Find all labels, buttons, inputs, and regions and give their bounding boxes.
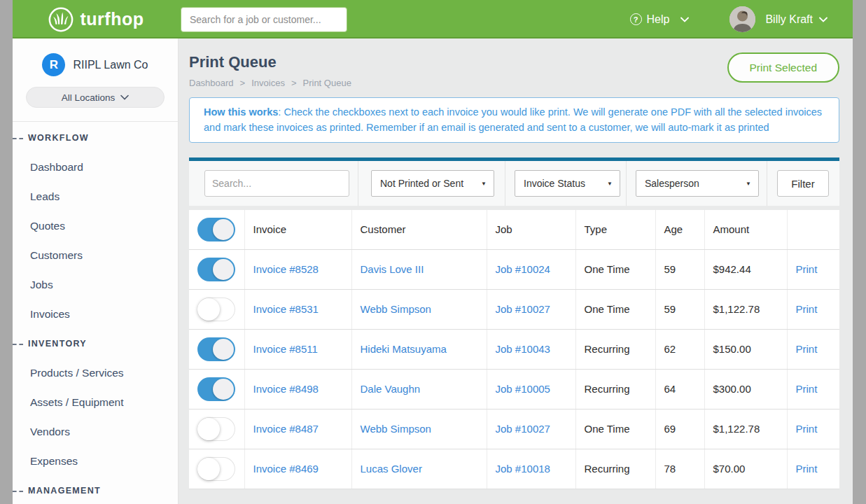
- row-select-toggle[interactable]: [197, 377, 235, 401]
- app-window: turfhop ? Help Billy Kraft: [13, 0, 853, 504]
- row-select-toggle[interactable]: [197, 457, 235, 481]
- toggle-knob: [197, 418, 220, 440]
- sidebar-item-invoices[interactable]: Invoices: [13, 308, 178, 321]
- job-link[interactable]: Job #10027: [496, 423, 550, 435]
- nav-section-management: MANAGEMENT: [13, 476, 178, 504]
- invoice-age: 59: [664, 303, 676, 315]
- invoice-age: 69: [664, 423, 676, 435]
- select-all-toggle[interactable]: [197, 218, 235, 241]
- invoice-age: 78: [664, 463, 676, 475]
- help-menu[interactable]: ? Help: [630, 13, 690, 26]
- company-logo: R: [42, 53, 65, 76]
- column-header-customer: Customer: [351, 210, 487, 249]
- print-link[interactable]: Print: [796, 263, 818, 275]
- print-selected-button[interactable]: Print Selected: [727, 52, 840, 83]
- customer-link[interactable]: Webb Simpson: [361, 423, 431, 435]
- invoice-link[interactable]: Invoice #8511: [253, 343, 318, 355]
- invoice-amount: $70.00: [713, 463, 746, 475]
- main-content: Print Queue Dashboard > Invoices > Print…: [179, 38, 853, 504]
- customer-link[interactable]: Hideki Matsuyama: [361, 343, 447, 355]
- section-dash-icon: [13, 138, 23, 139]
- invoice-status-select[interactable]: Invoice Status ▼: [515, 170, 620, 197]
- invoice-link[interactable]: Invoice #8487: [253, 423, 319, 435]
- invoice-amount: $150.00: [713, 343, 751, 355]
- breadcrumb-print-queue: Print Queue: [303, 78, 351, 88]
- job-link[interactable]: Job #10024: [496, 263, 550, 275]
- column-header-job: Job: [487, 210, 575, 249]
- sidebar-item-leads[interactable]: Leads: [13, 190, 178, 203]
- invoice-link[interactable]: Invoice #8498: [253, 383, 319, 395]
- salesperson-select[interactable]: Salesperson ▼: [636, 170, 759, 197]
- breadcrumb-invoices[interactable]: Invoices: [251, 78, 285, 88]
- help-icon: ?: [630, 13, 642, 25]
- row-select-toggle[interactable]: [197, 417, 235, 441]
- table-row: Invoice #8487 Webb Simpson Job #10027 On…: [189, 409, 839, 449]
- print-link[interactable]: Print: [796, 303, 818, 315]
- global-search-input[interactable]: [181, 7, 347, 32]
- job-link[interactable]: Job #10018: [496, 463, 550, 475]
- sidebar-item-quotes[interactable]: Quotes: [13, 220, 178, 232]
- customer-link[interactable]: Webb Simpson: [361, 303, 431, 315]
- column-header-type: Type: [575, 210, 655, 249]
- toggle-knob: [197, 458, 220, 480]
- invoice-age: 59: [664, 263, 676, 275]
- toggle-knob: [213, 339, 234, 360]
- print-link[interactable]: Print: [796, 383, 818, 395]
- table-header-row: Invoice Customer Job Type Age Amount: [189, 210, 839, 249]
- chevron-down-icon[interactable]: [819, 17, 827, 22]
- job-link[interactable]: Job #10043: [496, 343, 550, 355]
- print-link[interactable]: Print: [796, 343, 818, 355]
- invoice-type: One Time: [585, 263, 630, 275]
- brand-logo[interactable]: turfhop: [13, 6, 179, 33]
- invoice-age: 64: [664, 383, 676, 395]
- row-select-toggle[interactable]: [197, 298, 235, 321]
- customer-link[interactable]: Davis Love III: [361, 263, 424, 275]
- sidebar-item-jobs[interactable]: Jobs: [13, 279, 178, 291]
- invoice-link[interactable]: Invoice #8469: [253, 463, 319, 475]
- invoice-amount: $942.44: [713, 263, 751, 275]
- location-selector-label: All Locations: [62, 92, 116, 103]
- row-select-toggle[interactable]: [197, 258, 235, 281]
- user-name[interactable]: Billy Kraft: [765, 13, 813, 26]
- help-label: Help: [647, 13, 670, 26]
- invoice-type: Recurring: [585, 343, 630, 355]
- sidebar-item-expenses[interactable]: Expenses: [13, 455, 178, 468]
- toggle-knob: [197, 298, 220, 321]
- chevron-down-icon: [680, 17, 689, 22]
- print-link[interactable]: Print: [796, 463, 818, 475]
- location-selector[interactable]: All Locations: [26, 87, 165, 108]
- user-avatar[interactable]: [729, 6, 755, 32]
- breadcrumb-dashboard[interactable]: Dashboard: [189, 78, 234, 88]
- sidebar-item-assets-equipment[interactable]: Assets / Equipment: [13, 396, 178, 409]
- table-search-input[interactable]: [204, 170, 349, 197]
- company-header: R RIIPL Lawn Co: [13, 38, 178, 76]
- toggle-knob: [213, 259, 234, 280]
- note-title: How this works: [204, 106, 278, 118]
- column-header-invoice: Invoice: [244, 210, 351, 249]
- select-arrow-icon: ▼: [607, 181, 613, 187]
- sidebar-nav: WORKFLOW Dashboard Leads Quotes Customer…: [13, 121, 178, 504]
- invoice-link[interactable]: Invoice #8528: [253, 263, 319, 275]
- section-dash-icon: [13, 491, 23, 492]
- sidebar-item-customers[interactable]: Customers: [13, 249, 178, 262]
- filter-button[interactable]: Filter: [777, 170, 829, 197]
- toggle-knob: [213, 219, 234, 240]
- sidebar-item-products-services[interactable]: Products / Services: [13, 367, 178, 379]
- company-name: RIIPL Lawn Co: [73, 59, 148, 71]
- breadcrumb: Dashboard > Invoices > Print Queue: [189, 78, 351, 88]
- breadcrumb-separator: >: [240, 78, 246, 88]
- customer-link[interactable]: Lucas Glover: [361, 463, 422, 475]
- invoice-type: Recurring: [585, 463, 630, 475]
- sidebar-item-vendors[interactable]: Vendors: [13, 426, 178, 438]
- print-link[interactable]: Print: [796, 423, 818, 435]
- how-this-works-note: How this works: Check the checkboxes nex…: [189, 97, 839, 143]
- table-row: Invoice #8469 Lucas Glover Job #10018 Re…: [189, 449, 839, 489]
- sidebar-item-dashboard[interactable]: Dashboard: [13, 161, 178, 174]
- row-select-toggle[interactable]: [197, 337, 235, 361]
- customer-link[interactable]: Dale Vaughn: [361, 383, 421, 395]
- printed-status-select[interactable]: Not Printed or Sent ▼: [371, 170, 494, 197]
- job-link[interactable]: Job #10005: [496, 383, 550, 395]
- invoice-link[interactable]: Invoice #8531: [253, 303, 319, 315]
- page-title: Print Queue: [189, 53, 351, 71]
- job-link[interactable]: Job #10027: [496, 303, 550, 315]
